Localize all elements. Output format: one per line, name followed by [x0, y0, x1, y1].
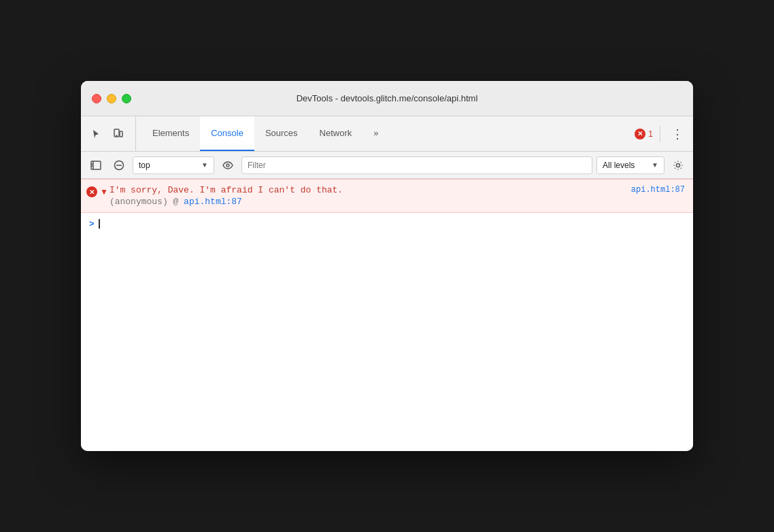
- console-settings-button[interactable]: [669, 156, 688, 175]
- prompt-cursor: [99, 219, 100, 229]
- devtools-window: DevTools - devtools.glitch.me/console/ap…: [81, 81, 693, 451]
- live-expressions-button[interactable]: [218, 156, 237, 175]
- error-badge-icon: ✕: [635, 129, 645, 139]
- title-bar: DevTools - devtools.glitch.me/console/ap…: [81, 81, 693, 116]
- more-options-button[interactable]: ⋮: [667, 124, 688, 144]
- tabs: Elements Console Sources Network »: [141, 116, 635, 151]
- expand-triangle[interactable]: ▼: [100, 187, 108, 197]
- svg-rect-1: [120, 131, 122, 137]
- error-main-line: I'm sorry, Dave. I'm afraid I can't do t…: [110, 185, 685, 195]
- divider: [660, 126, 660, 142]
- svg-point-2: [116, 135, 117, 136]
- window-title: DevTools - devtools.glitch.me/console/ap…: [297, 93, 478, 103]
- maximize-button[interactable]: [122, 94, 131, 103]
- context-select-arrow: ▼: [201, 161, 208, 169]
- toolbar: top ▼ All levels ▼: [81, 152, 693, 179]
- clear-console-button[interactable]: [110, 156, 129, 175]
- svg-point-9: [226, 164, 229, 167]
- device-toggle-button[interactable]: [108, 124, 127, 144]
- tab-more[interactable]: »: [363, 116, 389, 151]
- tab-elements[interactable]: Elements: [141, 116, 200, 151]
- svg-point-10: [677, 163, 680, 167]
- tab-bar: Elements Console Sources Network » ✕ 1 ⋮: [81, 116, 693, 152]
- cursor-icon-button[interactable]: [86, 124, 105, 144]
- prompt-chevron: >: [89, 218, 95, 229]
- error-x-icon: ✕: [86, 186, 97, 197]
- close-button[interactable]: [92, 94, 101, 103]
- minimize-button[interactable]: [107, 94, 116, 103]
- tab-sources[interactable]: Sources: [254, 116, 309, 151]
- levels-text: All levels: [603, 161, 635, 170]
- error-message-text: I'm sorry, Dave. I'm afraid I can't do t…: [110, 185, 343, 195]
- tab-console[interactable]: Console: [200, 116, 254, 151]
- console-prompt-row[interactable]: >: [81, 213, 693, 234]
- filter-input[interactable]: [241, 156, 592, 174]
- svg-rect-3: [91, 161, 101, 169]
- levels-arrow: ▼: [652, 161, 658, 169]
- context-select-text: top: [139, 161, 150, 170]
- console-area: ✕ ▼ I'm sorry, Dave. I'm afraid I can't …: [81, 179, 693, 451]
- traffic-lights: [92, 94, 131, 103]
- log-levels-select[interactable]: All levels ▼: [596, 156, 664, 174]
- context-select[interactable]: top ▼: [133, 156, 214, 174]
- error-icons: ✕ ▼: [86, 185, 108, 207]
- error-source-link[interactable]: api.html:87: [631, 185, 685, 195]
- error-stack-line: (anonymous) @ api.html:87: [110, 197, 685, 207]
- error-badge[interactable]: ✕ 1: [635, 129, 653, 139]
- tab-network[interactable]: Network: [309, 116, 363, 151]
- error-stack-link[interactable]: api.html:87: [184, 197, 242, 207]
- error-log-row: ✕ ▼ I'm sorry, Dave. I'm afraid I can't …: [81, 179, 693, 213]
- sidebar-toggle-button[interactable]: [86, 156, 105, 175]
- tab-bar-left: [86, 116, 136, 151]
- tab-bar-right: ✕ 1 ⋮: [635, 116, 688, 151]
- error-content: I'm sorry, Dave. I'm afraid I can't do t…: [108, 185, 685, 207]
